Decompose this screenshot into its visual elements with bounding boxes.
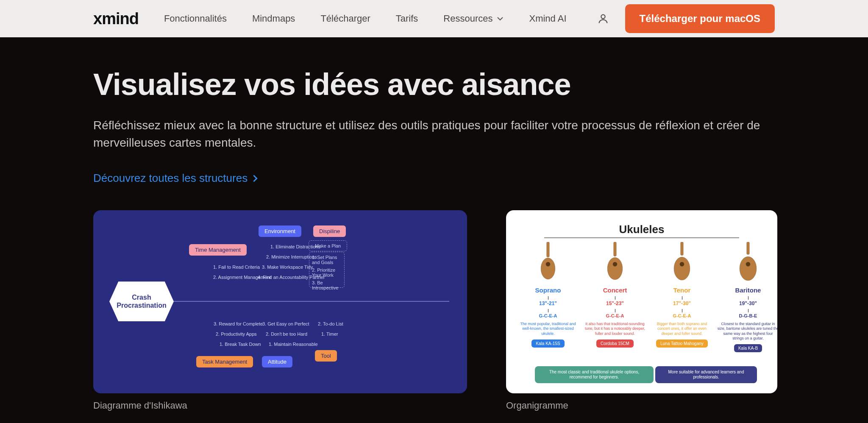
uku-model: Luna Tattoo Mahogany — [656, 340, 708, 348]
logo[interactable]: xmind — [93, 10, 139, 28]
branch-time-management: Time Management — [189, 244, 247, 256]
svg-rect-4 — [614, 242, 616, 256]
uku-tune: G-C-E-A — [584, 313, 646, 318]
page-title: Visualisez vos idées avec aisance — [93, 67, 775, 102]
svg-point-5 — [607, 258, 623, 280]
orgchart-thumbnail[interactable]: Ukuleles Soprano 13"-21" G-C-E-A The mos… — [506, 210, 777, 393]
svg-point-2 — [541, 258, 555, 279]
fishbone-card: Crash Procrastination Time Management Ta… — [93, 210, 467, 411]
leaf-maintain: 1. Maintain Reasonable — [269, 342, 318, 347]
leaf-reward: 3. Reward for Complete — [214, 321, 263, 326]
svg-point-11 — [740, 257, 757, 281]
user-icon[interactable] — [597, 13, 609, 25]
leaf-set-plans: 1. Set Plans and Goals — [312, 255, 342, 265]
leaf-prioritize: 2. Prioritize Your Work — [312, 267, 342, 278]
download-cta-button[interactable]: Télécharger pour macOS — [625, 4, 775, 33]
uku-size: 17"-30" — [651, 301, 713, 306]
nav-download[interactable]: Télécharger — [320, 13, 370, 24]
branch-environment: Environment — [259, 225, 301, 237]
leaf-fail-read: 1. Fail to Read Criteria — [213, 264, 260, 270]
uku-desc: Closest to the standard guitar in size, … — [717, 322, 777, 341]
uku-desc: It also has that traditional-sounding to… — [584, 322, 646, 336]
svg-point-8 — [674, 257, 690, 280]
fishbone-thumbnail[interactable]: Crash Procrastination Time Management Ta… — [93, 210, 467, 393]
orgchart-caption: Organigramme — [506, 400, 777, 411]
main-nav: Fonctionnalités Mindmaps Télécharger Tar… — [164, 13, 567, 24]
svg-point-3 — [546, 262, 550, 266]
uku-tune: D-G-B-E — [717, 313, 777, 318]
leaf-break-task: 1. Break Task Down — [220, 342, 261, 347]
uku-col-baritone: Baritone 19"-30" D-G-B-E Closest to the … — [717, 242, 777, 352]
uku-size: 19"-30" — [717, 301, 777, 306]
uku-desc: The most popular, traditional and well-k… — [517, 322, 579, 336]
uku-model: Kala KA-15S — [531, 340, 564, 348]
leaf-tidy: 3. Make Workspace Tidy — [262, 264, 313, 270]
svg-point-12 — [746, 262, 750, 266]
leaf-todo: 2. To-do List — [318, 321, 343, 326]
svg-point-9 — [680, 262, 684, 266]
leaf-introspective: 3. Be Introspective — [312, 280, 342, 290]
fishbone-spine — [174, 301, 449, 302]
uku-label: Baritone — [717, 287, 777, 294]
fishbone-root: Crash Procrastination — [109, 281, 174, 321]
uku-label: Concert — [584, 287, 646, 294]
nav-pricing[interactable]: Tarifs — [396, 13, 418, 24]
leaf-productivity: 2. Productivity Apps — [216, 331, 257, 337]
svg-rect-7 — [681, 242, 683, 255]
chevron-down-icon — [497, 15, 504, 22]
nav-features[interactable]: Fonctionnalités — [164, 13, 227, 24]
cards-row: Crash Procrastination Time Management Ta… — [93, 210, 775, 411]
uku-col-tenor: Tenor 17"-30" G-C-E-A Bigger than both s… — [651, 242, 713, 348]
guitar-icon — [606, 242, 624, 282]
uku-model: Kala KA-B — [734, 344, 762, 352]
nav-mindmaps[interactable]: Mindmaps — [252, 13, 295, 24]
uku-col-soprano: Soprano 13"-21" G-C-E-A The most popular… — [517, 242, 579, 348]
branch-tool: Tool — [315, 350, 337, 362]
uku-label: Soprano — [517, 287, 579, 294]
svg-rect-1 — [547, 242, 549, 257]
uku-col-concert: Concert 15"-23" G-C-E-A It also has that… — [584, 242, 646, 348]
guitar-icon — [539, 242, 557, 282]
discover-structures-link[interactable]: Découvrez toutes les structures — [93, 172, 258, 185]
nav-resources[interactable]: Ressources — [443, 13, 504, 24]
orgchart-title: Ukuleles — [506, 223, 777, 236]
header: xmind Fonctionnalités Mindmaps Télécharg… — [0, 0, 868, 37]
uku-model: Cordoba 15CM — [596, 340, 634, 348]
org-footer-advanced: More suitable for advanced learners and … — [655, 366, 757, 383]
uku-size: 15"-23" — [584, 301, 646, 306]
branch-attitude: Attitude — [262, 356, 292, 367]
fishbone-caption: Diagramme d'Ishikawa — [93, 400, 467, 411]
guitar-icon — [739, 242, 757, 282]
leaf-nothard: 2. Don't be too Hard — [266, 331, 307, 337]
uku-size: 13"-21" — [517, 301, 579, 306]
uku-desc: Bigger than both soprano and concert one… — [651, 322, 713, 336]
main-content: Visualisez vos idées avec aisance Réfléc… — [0, 37, 868, 423]
discover-structures-label: Découvrez toutes les structures — [93, 172, 248, 185]
chevron-right-icon — [253, 174, 258, 183]
uku-tune: G-C-E-A — [517, 313, 579, 318]
svg-point-0 — [601, 15, 605, 19]
nav-resources-label: Ressources — [443, 13, 492, 24]
orgchart-card: Ukuleles Soprano 13"-21" G-C-E-A The mos… — [506, 210, 777, 411]
leaf-easy: 3. Get Easy on Perfect — [262, 321, 309, 326]
leaf-make-plan: Make a Plan — [309, 240, 347, 251]
uku-tune: G-C-E-A — [651, 313, 713, 318]
svg-point-6 — [613, 262, 617, 266]
dashed-group: 1. Set Plans and Goals 2. Prioritize You… — [309, 252, 345, 288]
svg-rect-10 — [747, 242, 749, 254]
uku-label: Tenor — [651, 287, 713, 294]
guitar-icon — [673, 242, 691, 282]
nav-ai[interactable]: Xmind AI — [529, 13, 566, 24]
leaf-timer: 1. Timer — [321, 331, 338, 337]
branch-task-management: Task Management — [196, 356, 253, 367]
page-description: Réfléchissez mieux avec la bonne structu… — [93, 117, 775, 151]
branch-dispiline: Dispiline — [313, 225, 346, 237]
org-footer-beginners: The most classic and traditional ukulele… — [535, 366, 654, 383]
